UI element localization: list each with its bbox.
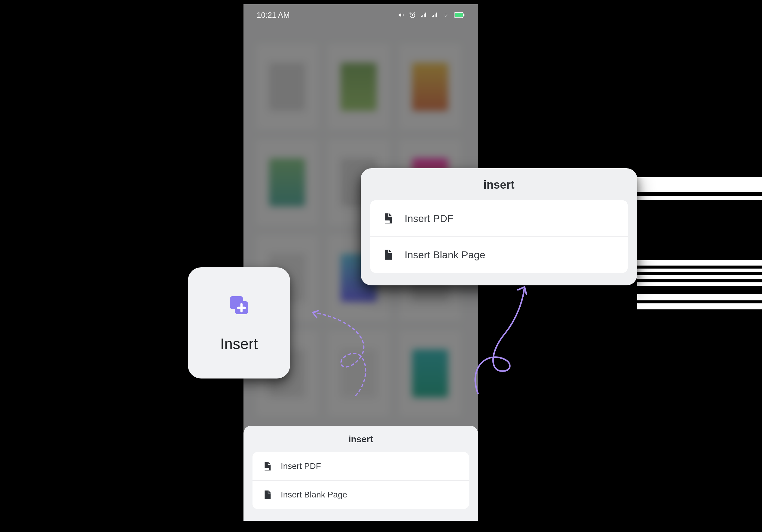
- insert-pdf-option[interactable]: Insert PDF: [253, 452, 469, 480]
- sheet-title: insert: [253, 434, 469, 444]
- option-label: Insert PDF: [281, 461, 321, 471]
- decorative-stripes: [637, 177, 762, 314]
- svg-rect-3: [464, 14, 464, 16]
- insert-card-label: Insert: [220, 335, 258, 353]
- insert-pdf-option[interactable]: Insert PDF: [370, 200, 628, 236]
- document-blank-icon: [262, 490, 272, 500]
- svg-rect-4: [264, 468, 269, 470]
- document-pdf-icon: [262, 461, 272, 471]
- mute-icon: [398, 12, 405, 18]
- insert-blank-page-option[interactable]: Insert Blank Page: [253, 480, 469, 509]
- insert-copy-plus-icon: [227, 293, 251, 317]
- popup-option-list: Insert PDF Insert Blank Page: [370, 200, 628, 273]
- sheet-option-list: Insert PDF Insert Blank Page: [253, 452, 469, 509]
- option-label: Insert Blank Page: [405, 249, 485, 261]
- svg-rect-2: [455, 13, 463, 17]
- insert-popup: insert Insert PDF Insert Blank Page: [361, 168, 637, 285]
- wifi-icon: [442, 12, 450, 18]
- insert-card[interactable]: Insert: [188, 267, 290, 378]
- battery-icon: [454, 12, 465, 18]
- status-time: 10:21 AM: [257, 11, 290, 20]
- insert-blank-page-option[interactable]: Insert Blank Page: [370, 236, 628, 273]
- alarm-icon: [409, 11, 416, 19]
- document-blank-icon: [382, 249, 394, 261]
- status-icons: [398, 11, 465, 19]
- status-bar: 10:21 AM: [244, 4, 478, 26]
- option-label: Insert Blank Page: [281, 490, 347, 499]
- insert-bottom-sheet: insert Insert PDF Insert Blank Page: [244, 426, 478, 521]
- signal-icon: [420, 12, 427, 18]
- signal-icon: [431, 12, 438, 18]
- svg-rect-7: [384, 221, 390, 223]
- document-pdf-icon: [382, 212, 394, 225]
- option-label: Insert PDF: [405, 213, 453, 225]
- popup-title: insert: [370, 178, 628, 191]
